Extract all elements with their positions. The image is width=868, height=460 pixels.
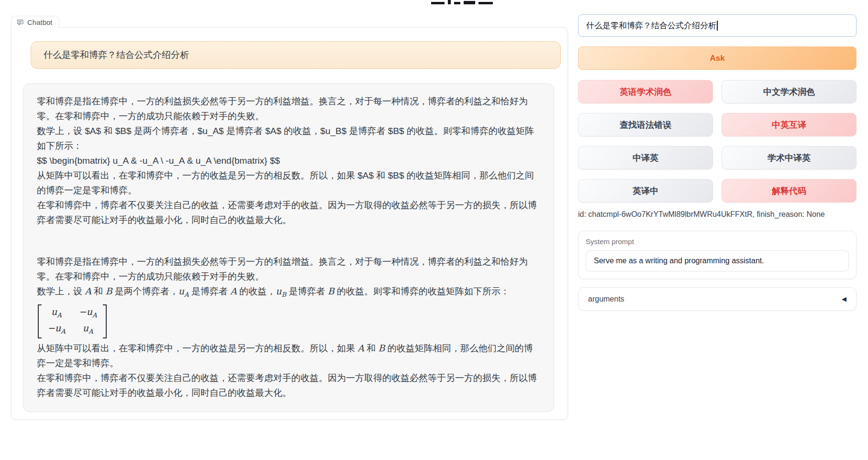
system-prompt-panel: System prompt Serve me as a writing and … bbox=[578, 231, 857, 279]
bot-raw-line: 零和博弈是指在博弈中，一方的利益损失必然等于另一方的利益增益。换言之，对于每一种… bbox=[37, 94, 540, 123]
clipped-page-title bbox=[431, 0, 493, 4]
chinese-english-mutual-translation-button[interactable]: 中英互译 bbox=[722, 113, 857, 136]
bot-raw-latex-line: $$ \begin{bmatrix} u_A & -u_A \ -u_A & u… bbox=[37, 153, 540, 168]
user-message-bubble: 什么是零和博弈？结合公式介绍分析 bbox=[31, 41, 561, 69]
arguments-accordion-label: arguments bbox=[588, 295, 624, 303]
matrix-cell: uA bbox=[79, 322, 97, 338]
matrix-cell: uA bbox=[47, 305, 66, 322]
bot-rendered-line: 零和博弈是指在博弈中，一方的利益损失必然等于另一方的利益增益。换言之，对于每一种… bbox=[37, 254, 540, 284]
matrix-right-bracket bbox=[103, 304, 107, 339]
matrix-left-bracket bbox=[38, 304, 42, 339]
action-buttons-grid: 英语学术润色中文学术润色查找语法错误中英互译中译英学术中译英英译中解释代码 bbox=[578, 80, 857, 202]
bot-rendered-math-line: 数学上，设 A 和 B 是两个博弈者，uA 是博弈者 A 的收益，uB 是博弈者… bbox=[37, 284, 540, 302]
chatbot-panel-label-text: Chatbot bbox=[27, 18, 53, 26]
chinese-academic-polishing-button[interactable]: 中文学术润色 bbox=[722, 80, 857, 103]
bot-raw-line: 从矩阵中可以看出，在零和博弈中，一方的收益是另一方的相反数。所以，如果 $A$ … bbox=[37, 168, 540, 198]
bot-raw-line: 数学上，设 $A$ 和 $B$ 是两个博弈者，$u_A$ 是博弈者 $A$ 的收… bbox=[37, 123, 540, 153]
text-caret bbox=[717, 21, 718, 31]
system-prompt-label: System prompt bbox=[586, 237, 849, 246]
bot-message-bubble: 零和博弈是指在博弈中，一方的利益损失必然等于另一方的利益增益。换言之，对于每一种… bbox=[23, 83, 554, 412]
chat-bubble-icon bbox=[17, 19, 24, 26]
matrix-cell: −uA bbox=[47, 322, 66, 338]
find-grammar-errors-button[interactable]: 查找语法错误 bbox=[578, 113, 713, 136]
chatbot-panel-label: Chatbot bbox=[11, 16, 59, 28]
status-line: id: chatcmpl-6wOo7KrYTwMl89lbrMWRu4UkFFX… bbox=[578, 210, 857, 219]
system-prompt-input[interactable]: Serve me as a writing and programming as… bbox=[586, 250, 849, 271]
matrix-cells: uA−uA−uAuA bbox=[42, 304, 103, 339]
english-academic-polishing-button[interactable]: 英语学术润色 bbox=[578, 80, 713, 103]
accordion-collapse-icon: ◀ bbox=[842, 295, 846, 303]
paragraph-gap bbox=[37, 227, 540, 254]
payoff-matrix: uA−uA−uAuA bbox=[37, 302, 540, 341]
bot-raw-line: 在零和博弈中，博弈者不仅要关注自己的收益，还需要考虑对手的收益。因为一方取得的收… bbox=[37, 198, 540, 227]
user-message-text: 什么是零和博弈？结合公式介绍分析 bbox=[44, 50, 189, 60]
chatbot-panel: Chatbot 什么是零和博弈？结合公式介绍分析 零和博弈是指在博弈中，一方的利… bbox=[11, 27, 568, 420]
bot-rendered-line: 从矩阵中可以看出，在零和博弈中，一方的收益是另一方的相反数。所以，如果 A 和 … bbox=[37, 341, 540, 370]
matrix-cell: −uA bbox=[79, 305, 97, 322]
arguments-accordion[interactable]: arguments ◀ bbox=[578, 287, 857, 311]
chinese-to-english-button[interactable]: 中译英 bbox=[578, 146, 713, 169]
ask-button[interactable]: Ask bbox=[578, 46, 857, 70]
english-to-chinese-button[interactable]: 英译中 bbox=[578, 179, 713, 202]
question-input-value: 什么是零和博弈？结合公式介绍分析 bbox=[586, 20, 716, 31]
bot-rendered-line: 在零和博弈中，博弈者不仅要关注自己的收益，还需要考虑对手的收益。因为一方取得的收… bbox=[37, 370, 540, 400]
composer-column: 什么是零和博弈？结合公式介绍分析 Ask 英语学术润色中文学术润色查找语法错误中… bbox=[578, 14, 857, 311]
explain-code-button[interactable]: 解释代码 bbox=[722, 179, 857, 202]
question-input[interactable]: 什么是零和博弈？结合公式介绍分析 bbox=[578, 14, 857, 37]
academic-chinese-to-english-button[interactable]: 学术中译英 bbox=[722, 146, 857, 169]
